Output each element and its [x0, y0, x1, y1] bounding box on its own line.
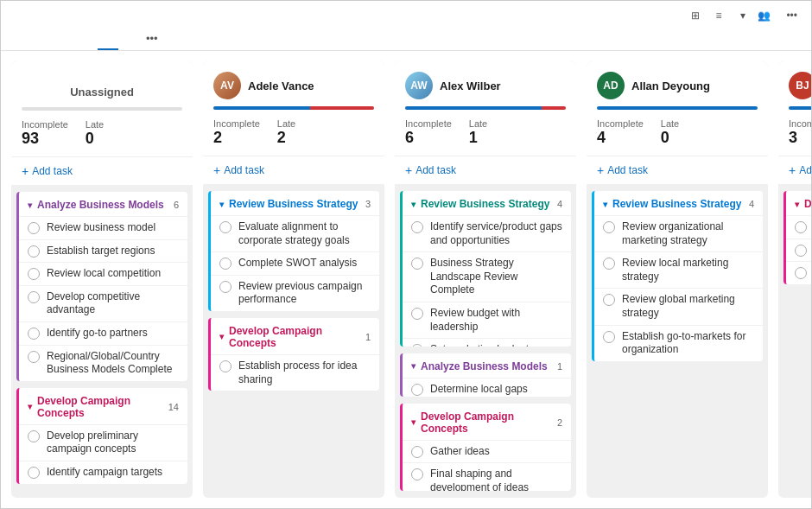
task-item[interactable]: Gather ideas	[403, 440, 571, 463]
task-item[interactable]: Complete SWOT analysis	[211, 251, 379, 275]
late-stat: Late0	[661, 118, 679, 147]
late-stat: Late2	[277, 118, 295, 147]
bucket-header[interactable]: ▾ Develop Campaign Concepts 2	[403, 404, 571, 440]
task-item[interactable]: Review global marketing strategy	[594, 288, 763, 324]
bucket-count: 2	[557, 417, 562, 428]
add-task-button[interactable]: + Add task	[11, 156, 193, 185]
task-item[interactable]: Review business model	[19, 216, 187, 239]
main-content: UnassignedIncomplete93Late0+ Add task ▾ …	[1, 51, 811, 508]
task-checkbox[interactable]	[28, 467, 40, 479]
group-by-button[interactable]: ▾	[737, 10, 745, 22]
tab-board[interactable]	[35, 27, 56, 50]
task-item[interactable]: Set marketing budget	[403, 338, 571, 347]
task-checkbox[interactable]	[795, 245, 807, 257]
task-checkbox[interactable]	[603, 294, 615, 306]
add-task-button[interactable]: + Add task	[778, 156, 811, 184]
task-checkbox[interactable]	[28, 291, 40, 303]
filters-button[interactable]: ≡	[715, 10, 725, 22]
bucket-header[interactable]: ▾ Review Business Strategy 4	[403, 191, 571, 215]
task-checkbox[interactable]	[219, 360, 232, 372]
task-checkbox[interactable]	[411, 258, 423, 270]
bucket-name: Develop Campaign Concepts	[421, 410, 554, 435]
incomplete-label: Incomplete	[405, 118, 452, 129]
task-item[interactable]: Research r...	[786, 239, 811, 262]
person-name-label: Alex Wilber	[440, 80, 501, 92]
task-item[interactable]: Business Strategy Landscape Review Compl…	[403, 251, 571, 302]
task-item[interactable]: Review ma... campaign	[786, 215, 811, 239]
add-task-button[interactable]: + Add task	[587, 156, 768, 184]
task-checkbox[interactable]	[411, 344, 423, 347]
bucket-card: ▾ Review Business Strategy 4 Review orga…	[592, 191, 763, 361]
task-item[interactable]: Review local competition	[19, 262, 187, 285]
task-checkbox[interactable]	[411, 384, 423, 396]
task-checkbox[interactable]	[28, 245, 40, 258]
task-checkbox[interactable]	[411, 221, 423, 233]
task-checkbox[interactable]	[219, 221, 232, 233]
bucket-header[interactable]: ▾ Review Business Strategy 4	[594, 191, 763, 215]
task-item[interactable]: Establish process for idea sharing	[211, 354, 379, 391]
tab-people[interactable]	[98, 27, 118, 50]
task-item[interactable]: Develop competitive advantage	[19, 285, 187, 321]
tab-grid[interactable]	[15, 27, 35, 50]
task-item[interactable]: Establish go-to-markets for organization	[594, 325, 763, 361]
task-label: Complete SWOT analysis	[238, 257, 357, 270]
task-label: Establish go-to-markets for organization	[622, 330, 754, 357]
task-item[interactable]: Identify service/product gaps and opport…	[403, 215, 571, 251]
task-item[interactable]: Review budget with leadership	[403, 302, 571, 338]
bucket-header[interactable]: ▾ Review Business Strategy 3	[211, 191, 379, 215]
task-item[interactable]: Review previous campaign performance	[211, 275, 379, 311]
bucket-header[interactable]: ▾ Analyze Business Models 1	[403, 353, 571, 378]
task-checkbox[interactable]	[28, 351, 40, 363]
late-label: Late	[661, 118, 679, 129]
task-checkbox[interactable]	[795, 267, 807, 279]
task-checkbox[interactable]	[603, 221, 615, 233]
task-item[interactable]: Get appro...	[786, 261, 811, 284]
bucket-header[interactable]: ▾ Analyze Business Models 6	[19, 192, 187, 216]
tab-charts[interactable]	[77, 27, 98, 50]
bucket-name: Analyze Business Models	[421, 360, 548, 372]
task-item[interactable]: Establish target regions	[19, 239, 187, 263]
person-name-row-adele: AVAdele Vance	[213, 72, 374, 99]
task-checkbox[interactable]	[28, 222, 40, 234]
task-checkbox[interactable]	[219, 258, 232, 270]
add-task-button[interactable]: + Add task	[395, 156, 576, 184]
bucket-name: Review Business Strategy	[612, 198, 741, 210]
header-more-button[interactable]: •••	[786, 10, 797, 22]
task-checkbox[interactable]	[603, 258, 615, 270]
task-checkbox[interactable]	[603, 331, 615, 343]
nav-more-button[interactable]: •••	[139, 27, 165, 50]
task-item[interactable]: Evaluate alignment to corporate strategy…	[211, 215, 379, 251]
task-checkbox[interactable]	[28, 268, 40, 280]
task-item[interactable]: Final shaping and development of ideas	[403, 462, 571, 491]
task-item[interactable]: Regional/Global/Country Business Models …	[19, 345, 187, 381]
bucket-header[interactable]: ▾ Develop Campaign Concepts 1	[211, 318, 379, 354]
task-item[interactable]: Develop preliminary campaign concepts	[19, 424, 187, 461]
view-options-button[interactable]: ⊞	[691, 10, 703, 22]
task-item[interactable]: Identify campaign targets	[19, 461, 187, 484]
add-task-button[interactable]: + Add task	[203, 156, 384, 184]
group-members-button[interactable]: 👥	[758, 10, 774, 22]
task-label: Business Strategy Landscape Review Compl…	[430, 257, 562, 297]
late-stat: Late0	[86, 119, 104, 148]
tab-goals[interactable]	[118, 27, 139, 50]
task-checkbox[interactable]	[28, 328, 40, 340]
task-item[interactable]: Review organizational marketing strategy	[594, 215, 763, 251]
task-item[interactable]: Review local marketing strategy	[594, 251, 763, 288]
task-checkbox[interactable]	[28, 430, 40, 442]
task-checkbox[interactable]	[411, 468, 423, 480]
bucket-chevron-icon: ▾	[28, 200, 32, 210]
stats-row: Incomplete4Late0	[597, 118, 758, 147]
bucket-header[interactable]: ▾ Develop Campaign Concepts 14	[19, 388, 187, 424]
task-checkbox[interactable]	[411, 446, 423, 458]
task-label: Identify campaign targets	[47, 466, 162, 480]
task-checkbox[interactable]	[219, 281, 232, 293]
bucket-count: 1	[365, 332, 371, 342]
bucket-header[interactable]: ▾ Develop Ca...	[786, 191, 811, 215]
task-item[interactable]: Determine local gaps	[403, 378, 571, 397]
people-icon: 👥	[758, 10, 771, 22]
task-item[interactable]: Identify go-to partners	[19, 321, 187, 345]
task-checkbox[interactable]	[411, 308, 423, 320]
bucket-count: 1	[557, 361, 562, 372]
task-checkbox[interactable]	[795, 221, 807, 233]
tab-timeline[interactable]	[56, 27, 77, 50]
